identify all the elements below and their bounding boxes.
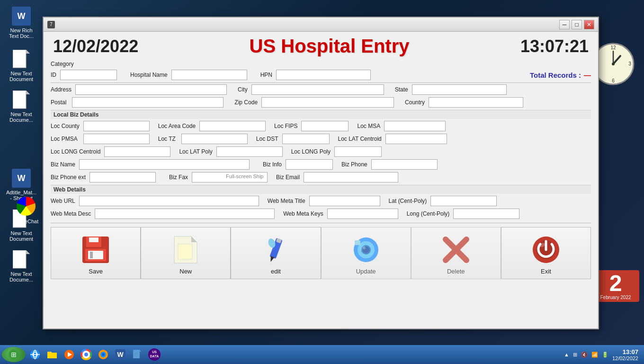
taskbar-folder-icon[interactable] [45, 347, 60, 362]
new-button[interactable]: New [141, 227, 231, 279]
state-input[interactable] [412, 84, 507, 95]
loc-county-input[interactable] [83, 121, 150, 131]
web-url-input[interactable] [79, 196, 259, 206]
web-details-section-header: Web Details [51, 185, 591, 194]
delete-button[interactable]: Delete [411, 227, 501, 279]
biz-name-input[interactable] [79, 159, 250, 170]
minimize-button[interactable]: ─ [559, 20, 570, 29]
loc-msa-label: Loc MSA [357, 123, 380, 129]
long-cent-poly-input[interactable] [453, 209, 519, 219]
lat-cent-poly-input[interactable] [430, 196, 497, 206]
address-input[interactable] [75, 84, 227, 95]
hpn-input[interactable] [276, 70, 371, 80]
taskbar-ie-icon[interactable] [27, 347, 43, 362]
loc-long-centroid-input[interactable] [104, 146, 170, 157]
svg-marker-2 [26, 50, 30, 54]
loc-lat-poly-label: Loc LAT Poly [179, 148, 212, 155]
desktop-icon-label4: New TextDocume... [9, 271, 33, 282]
edit-button[interactable]: edit [231, 227, 321, 279]
svg-marker-11 [26, 250, 30, 254]
biz-phone-input[interactable] [371, 159, 438, 170]
desktop-icon-word[interactable]: W New Rich Text Doc... [5, 5, 38, 41]
close-button[interactable]: ✕ [584, 20, 594, 29]
biz-fax-input[interactable] [192, 172, 268, 182]
loc-lat-centroid-input[interactable] [385, 134, 447, 144]
biz-info-input[interactable] [286, 159, 333, 170]
loc-area-code-input[interactable] [199, 121, 266, 131]
start-button[interactable]: ⊞ [2, 347, 26, 362]
update-button[interactable]: Update [321, 227, 411, 279]
biz-fax-label: Biz Fax [169, 174, 188, 181]
app-date: 12/02/2022 [53, 36, 138, 56]
taskbar-firefox-icon[interactable] [96, 347, 111, 362]
loc-msa-input[interactable] [384, 121, 446, 131]
loc-pmsa-label: Loc PMSA [51, 136, 78, 142]
state-label: State [395, 86, 408, 93]
loc-dst-input[interactable] [282, 134, 330, 144]
svg-rect-0 [13, 50, 26, 68]
id-hospital-row: ID Hospital Name HPN Total Records : — [51, 70, 591, 80]
desktop-icon-doc1[interactable]: New TextDocument [5, 48, 38, 84]
loc-row1: Loc County Loc Area Code Loc FIPS Loc MS… [51, 121, 591, 131]
total-records-value: — [584, 71, 591, 79]
taskbar-date-display: 12/02/2022 [612, 355, 638, 361]
country-input[interactable] [429, 97, 523, 108]
maximize-button[interactable]: □ [572, 20, 582, 29]
taskbar-doc-icon[interactable] [130, 347, 145, 362]
taskbar-usdata-icon[interactable]: US DATA [147, 347, 162, 362]
svg-text:DATA: DATA [150, 355, 159, 358]
zip-code-input[interactable] [261, 97, 394, 108]
loc-lat-poly-input[interactable] [216, 146, 283, 157]
web-meta-desc-input[interactable] [95, 209, 275, 219]
svg-rect-22 [89, 237, 98, 242]
biz-email-input[interactable] [304, 172, 398, 182]
svg-text:12: 12 [610, 45, 616, 50]
city-input[interactable] [251, 84, 384, 95]
address-row: Address City State [51, 84, 591, 95]
calendar-day: 2 [594, 272, 637, 295]
loc-long-poly-input[interactable] [334, 146, 382, 157]
app-header: 12/02/2022 US Hospital Entry 13:07:21 [44, 32, 598, 61]
exit-button[interactable]: Exit [501, 227, 591, 279]
taskbar-chrome-icon[interactable] [79, 347, 94, 362]
biz-phone-label: Biz Phone [341, 161, 367, 168]
id-input[interactable] [60, 70, 117, 80]
biz-info-label: Biz Info [263, 161, 282, 168]
taskbar-system-tray: ▲ ⊞ 🔇 📶 🔋 13:07 12/02/2022 [564, 348, 642, 361]
desktop-icon-doc4[interactable]: New TextDocume... [5, 248, 38, 284]
edit-label: edit [271, 268, 281, 275]
desktop: W New Rich Text Doc... New TextDocument … [0, 0, 644, 364]
hospital-name-label: Hospital Name [130, 72, 168, 78]
loc-long-centroid-label: Loc LONG Centroid [51, 148, 100, 155]
sharechat-label: ShareChat [14, 218, 39, 224]
postal-input[interactable] [72, 97, 224, 108]
loc-pmsa-input[interactable] [83, 134, 150, 144]
calendar-month: February 2022 [594, 295, 637, 300]
postal-row: Postal Zip Code Country [51, 97, 591, 108]
lat-cent-poly-label: Lat (Cent-Poly) [389, 198, 427, 204]
loc-fips-input[interactable] [301, 121, 349, 131]
taskbar-word-icon[interactable]: W [113, 347, 128, 362]
loc-tz-input[interactable] [181, 134, 248, 144]
loc-county-label: Loc County [51, 123, 80, 129]
web-meta-title-input[interactable] [309, 196, 380, 206]
desktop-icon-sharechat[interactable]: ShareChat [9, 196, 43, 226]
web-meta-desc-label: Web Meta Desc [51, 210, 91, 217]
hospital-name-input[interactable] [171, 70, 247, 80]
local-biz-section-header: Local Biz Details [51, 110, 591, 119]
web-meta-keys-input[interactable] [327, 209, 398, 219]
svg-rect-3 [13, 91, 26, 109]
save-icon [80, 235, 111, 265]
desktop-icon-label1: New TextDocument [9, 71, 33, 82]
web-row2: Web Meta Desc Web Meta Keys Long (Cent-P… [51, 209, 591, 219]
save-button[interactable]: Save [51, 227, 141, 279]
biz-phone-ext-input[interactable] [89, 172, 156, 182]
loc-tz-label: Loc TZ [158, 136, 176, 142]
loc-long-poly-label: Loc LONG Poly [291, 148, 331, 155]
desktop-icon-doc2[interactable]: New TextDocume... [5, 89, 38, 125]
toolbar: Save New [51, 223, 591, 279]
update-icon [351, 235, 381, 265]
taskbar-media-icon[interactable] [62, 347, 77, 362]
loc-row3: Loc LONG Centroid Loc LAT Poly Loc LONG … [51, 146, 591, 157]
tray-icon5: 🔋 [602, 352, 608, 358]
